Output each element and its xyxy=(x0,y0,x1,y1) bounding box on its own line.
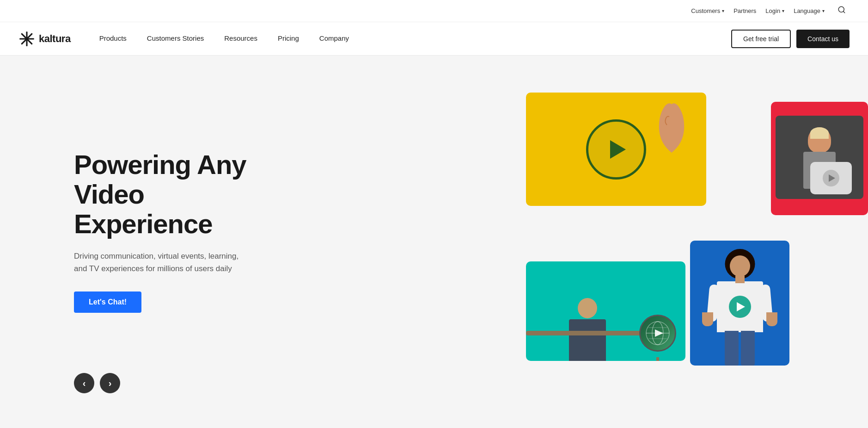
woman-neck xyxy=(735,276,745,283)
login-link[interactable]: Login ▾ xyxy=(765,7,784,14)
nav-customers-stories[interactable]: Customers Stories xyxy=(137,22,214,56)
carousel-prev-button[interactable]: ‹ xyxy=(74,373,94,393)
logo-text: kaltura xyxy=(39,33,71,45)
search-button[interactable] xyxy=(834,2,850,20)
hero-subtitle: Driving communication, virtual events, l… xyxy=(74,250,240,275)
nav-actions: Get free trial Contact us xyxy=(731,30,850,48)
language-label: Language xyxy=(794,7,820,14)
nav-products-label: Products xyxy=(99,34,127,42)
hero-card-teal xyxy=(526,261,685,361)
globe-stand xyxy=(656,357,659,361)
nav-customers-stories-label: Customers Stories xyxy=(147,34,204,42)
globe-container xyxy=(639,315,676,361)
person-head xyxy=(808,127,831,153)
top-utility-bar: Customers ▾ Partners Login ▾ Language ▾ xyxy=(0,0,868,22)
lets-chat-button[interactable]: Let's Chat! xyxy=(74,292,141,313)
red-card-content xyxy=(771,102,868,215)
hero-content: Powering Any Video Experience Driving co… xyxy=(74,150,305,313)
prev-arrow-icon: ‹ xyxy=(83,378,86,389)
hero-title-line2: Experience xyxy=(74,209,213,239)
language-link[interactable]: Language ▾ xyxy=(794,7,825,14)
hero-images-collage xyxy=(489,93,868,361)
nav-links: Products Customers Stories Resources Pri… xyxy=(89,22,731,56)
nav-pricing-label: Pricing xyxy=(278,34,299,42)
man-figure xyxy=(535,298,639,361)
blue-card-content xyxy=(690,241,789,366)
nav-pricing[interactable]: Pricing xyxy=(268,22,309,56)
login-chevron: ▾ xyxy=(782,8,784,13)
partners-label: Partners xyxy=(734,7,756,14)
woman-tshirt xyxy=(717,281,763,332)
man-head xyxy=(578,298,597,318)
get-free-trial-button[interactable]: Get free trial xyxy=(731,30,791,48)
hand-icon xyxy=(655,102,688,153)
play-triangle xyxy=(610,140,626,159)
customers-chevron: ▾ xyxy=(722,8,724,13)
customers-label: Customers xyxy=(691,7,720,14)
carousel-navigation: ‹ › xyxy=(74,373,120,393)
main-navbar: kaltura Products Customers Stories Resou… xyxy=(0,22,868,56)
hero-title: Powering Any Video Experience xyxy=(74,150,305,238)
kaltura-logo-icon xyxy=(18,31,35,47)
nav-products[interactable]: Products xyxy=(89,22,137,56)
tshirt-play-triangle xyxy=(737,302,745,311)
woman-face xyxy=(730,255,750,277)
hero-card-yellow xyxy=(526,93,706,206)
woman-figure xyxy=(690,241,789,366)
nav-resources[interactable]: Resources xyxy=(214,22,268,56)
next-arrow-icon: › xyxy=(109,378,112,389)
carousel-next-button[interactable]: › xyxy=(100,373,120,393)
globe-svg xyxy=(644,319,672,347)
login-label: Login xyxy=(765,7,780,14)
pillow-with-play xyxy=(810,162,852,194)
nav-resources-label: Resources xyxy=(224,34,257,42)
language-chevron: ▾ xyxy=(822,8,825,13)
hero-section: Powering Any Video Experience Driving co… xyxy=(0,56,868,407)
drawn-play-circle xyxy=(586,119,646,180)
nav-company-label: Company xyxy=(319,34,349,42)
man-body xyxy=(569,319,606,361)
hero-card-blue xyxy=(690,241,789,366)
partners-link[interactable]: Partners xyxy=(734,7,756,14)
pillow-play-icon xyxy=(823,170,839,186)
person-hair xyxy=(810,127,829,139)
woman-hand-right xyxy=(766,312,777,326)
tshirt-play-icon xyxy=(729,296,751,318)
woman-leg-right xyxy=(741,331,755,366)
hero-title-line1: Powering Any Video xyxy=(74,149,246,209)
teal-card-content xyxy=(526,261,685,361)
globe-icon xyxy=(639,315,676,352)
svg-line-1 xyxy=(843,11,844,12)
woman-leg-left xyxy=(725,331,739,366)
nav-company[interactable]: Company xyxy=(309,22,359,56)
logo-link[interactable]: kaltura xyxy=(18,31,71,47)
woman-hand-left xyxy=(702,312,713,326)
contact-us-button[interactable]: Contact us xyxy=(796,30,850,48)
search-icon xyxy=(837,6,846,14)
svg-marker-11 xyxy=(655,329,663,337)
desk-surface xyxy=(526,331,648,335)
hero-card-red xyxy=(771,102,868,215)
customers-link[interactable]: Customers ▾ xyxy=(691,7,724,14)
pillow-play-triangle xyxy=(829,174,835,182)
